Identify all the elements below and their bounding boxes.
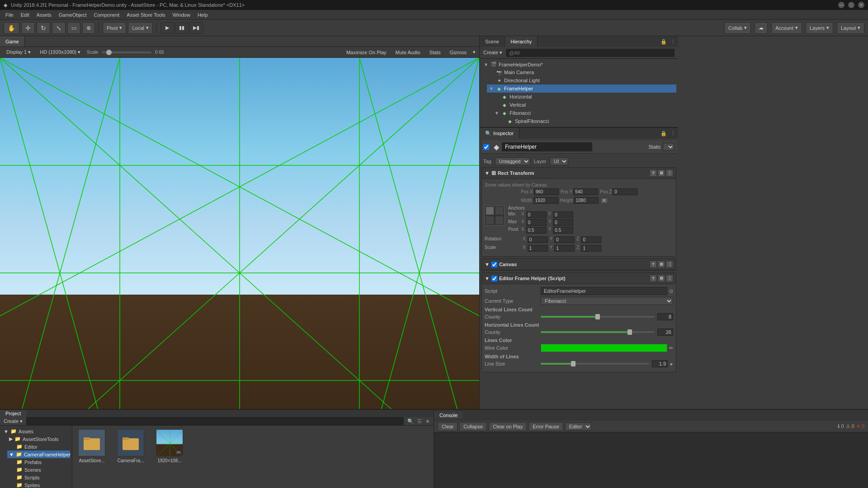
canvas-header[interactable]: ▼ Canvas ? ⚙ ⋮: [482, 259, 676, 270]
pos-y-input[interactable]: [573, 188, 598, 195]
rot-z-input[interactable]: [581, 236, 601, 243]
scene-tab[interactable]: Scene: [480, 36, 505, 47]
folder-prefabs[interactable]: 📁 Prefabs: [13, 458, 70, 466]
scale-x-input[interactable]: [528, 245, 548, 252]
height-input[interactable]: [574, 197, 599, 204]
project-create-button[interactable]: Create ▾: [4, 418, 23, 424]
anchor-min-x-input[interactable]: [526, 211, 547, 218]
object-name-input[interactable]: [502, 142, 592, 151]
hierarchy-item-light[interactable]: ☀ Directional Light: [487, 76, 676, 84]
script-input[interactable]: [541, 287, 667, 295]
hierarchy-item-spiral[interactable]: ◆ SpiralFibonacci: [498, 117, 676, 125]
color-swatch[interactable]: [541, 344, 667, 352]
horizontal-value-input[interactable]: [657, 328, 673, 336]
layers-button[interactable]: Layers ▾: [806, 22, 833, 34]
hierarchy-item-scene[interactable]: ▼ 🎬 FrameHelperDemo*: [481, 61, 676, 68]
menu-window[interactable]: Window: [169, 11, 194, 19]
menu-component[interactable]: Component: [90, 11, 123, 19]
horizontal-slider[interactable]: [541, 331, 655, 333]
rot-y-input[interactable]: [554, 236, 575, 243]
star-icon[interactable]: ★: [425, 418, 430, 424]
anchor-min-y-input[interactable]: [553, 211, 573, 218]
blueprint-button[interactable]: R: [600, 197, 608, 204]
collapse-button[interactable]: Collapse: [459, 422, 487, 431]
scale-tool[interactable]: ⤡: [52, 22, 66, 34]
canvas-settings-icon[interactable]: ⚙: [658, 261, 665, 268]
scale-y-input[interactable]: [554, 245, 575, 252]
account-button[interactable]: Account ▾: [771, 22, 802, 34]
error-pause-button[interactable]: Error Pause: [528, 422, 563, 431]
line-size-slider-handle[interactable]: [571, 361, 576, 366]
rot-x-input[interactable]: [528, 236, 548, 243]
hierarchy-item-camera[interactable]: 📷 Main Camera: [487, 68, 676, 76]
layout-button[interactable]: Layout ▾: [837, 22, 864, 34]
menu-file[interactable]: File: [2, 11, 17, 19]
mute-audio-btn[interactable]: Mute Audio: [393, 49, 423, 56]
line-size-slider[interactable]: [541, 363, 649, 365]
asset-cameraframe[interactable]: CameraFra...: [115, 429, 146, 463]
hierarchy-item-horizontal[interactable]: ◆ Horizontal: [492, 93, 676, 101]
transform-tool[interactable]: ⊕: [82, 22, 95, 34]
game-tab[interactable]: Game: [0, 36, 25, 47]
hierarchy-item-vertical[interactable]: ◆ Vertical: [492, 101, 676, 109]
rect-transform-help-icon[interactable]: ?: [650, 169, 657, 177]
hand-tool[interactable]: ✋: [4, 22, 19, 34]
tag-selector[interactable]: Untagged: [495, 157, 530, 165]
resolution-selector[interactable]: HD (868x488) ▾: [37, 48, 83, 56]
project-search-input[interactable]: [26, 417, 404, 425]
canvas-help-icon[interactable]: ?: [650, 261, 657, 268]
vertical-slider[interactable]: [541, 316, 655, 318]
pivot-button[interactable]: Pivot ▾: [103, 22, 126, 34]
gizmos-btn[interactable]: Gizmos: [447, 49, 469, 56]
editor-dropdown[interactable]: Editor: [565, 422, 592, 431]
rect-tool[interactable]: ▭: [67, 22, 80, 34]
clear-button[interactable]: Clear: [438, 422, 458, 431]
width-input[interactable]: [533, 197, 558, 204]
anchor-max-y-input[interactable]: [553, 219, 573, 226]
current-type-dropdown[interactable]: Fibonacci: [541, 297, 673, 305]
scale-slider[interactable]: [102, 52, 151, 53]
efh-header[interactable]: ▼ Editor Frame Helper (Script) ? ⚙ ⋮: [482, 273, 676, 284]
static-dropdown[interactable]: [663, 143, 675, 151]
hierarchy-tab[interactable]: Hierarchy: [505, 36, 538, 47]
scale-z-input[interactable]: [581, 245, 601, 252]
move-tool[interactable]: ✛: [21, 22, 35, 34]
create-button[interactable]: Create ▾: [483, 50, 502, 56]
display-selector[interactable]: Display 1 ▾: [4, 48, 33, 56]
maximize-button[interactable]: □: [848, 2, 854, 8]
inspector-lock-icon[interactable]: 🔒: [660, 130, 667, 137]
inspector-menu-icon[interactable]: ⋮: [669, 130, 676, 137]
line-size-expand-icon[interactable]: ▸: [670, 361, 673, 367]
folder-assetstoretools[interactable]: ▶ 📁 AssetStoreTools: [7, 435, 70, 443]
local-button[interactable]: Local ▾: [128, 22, 152, 34]
color-picker-icon[interactable]: ✏: [669, 345, 673, 351]
hierarchy-search-input[interactable]: [506, 49, 675, 57]
efh-help-icon[interactable]: ?: [650, 275, 657, 282]
asset-assetstore[interactable]: AssetStore...: [76, 429, 108, 463]
asset-image[interactable]: 🎮 1920×108...: [154, 429, 185, 463]
vertical-slider-handle[interactable]: [595, 314, 600, 319]
canvas-enabled-checkbox[interactable]: [491, 262, 497, 267]
rect-transform-header[interactable]: ▼ ⊞ Rect Transform ? ⚙ ⋮: [482, 168, 676, 179]
rotate-tool[interactable]: ↻: [37, 22, 50, 34]
efh-overflow-icon[interactable]: ⋮: [666, 275, 673, 282]
menu-asset-store-tools[interactable]: Asset Store Tools: [123, 11, 169, 19]
folder-assets[interactable]: ▼ 📁 Assets: [2, 427, 70, 435]
hierarchy-item-fibonacci[interactable]: ▼ ◆ Fibonacci: [492, 109, 676, 117]
stats-btn[interactable]: Stats: [427, 49, 443, 56]
hierarchy-item-framehelper[interactable]: ▼ ◆ FrameHelper: [487, 84, 676, 93]
folder-sprites[interactable]: 📁 Sprites: [13, 481, 70, 488]
folder-editor[interactable]: 📁 Editor: [13, 443, 70, 450]
scale-handle[interactable]: [106, 50, 112, 55]
step-button[interactable]: ▶▮: [189, 22, 203, 34]
close-button[interactable]: ✕: [858, 2, 864, 8]
clear-on-play-button[interactable]: Clear on Play: [489, 422, 527, 431]
line-size-input[interactable]: [652, 360, 668, 367]
rect-transform-overflow-icon[interactable]: ⋮: [666, 169, 673, 177]
layer-selector[interactable]: UI: [550, 157, 568, 165]
minimize-button[interactable]: —: [838, 2, 844, 8]
folder-scenes[interactable]: 📁 Scenes: [13, 466, 70, 474]
canvas-overflow-icon[interactable]: ⋮: [666, 261, 673, 268]
pos-z-input[interactable]: [613, 188, 637, 195]
filter-icon[interactable]: ☰: [417, 418, 422, 424]
